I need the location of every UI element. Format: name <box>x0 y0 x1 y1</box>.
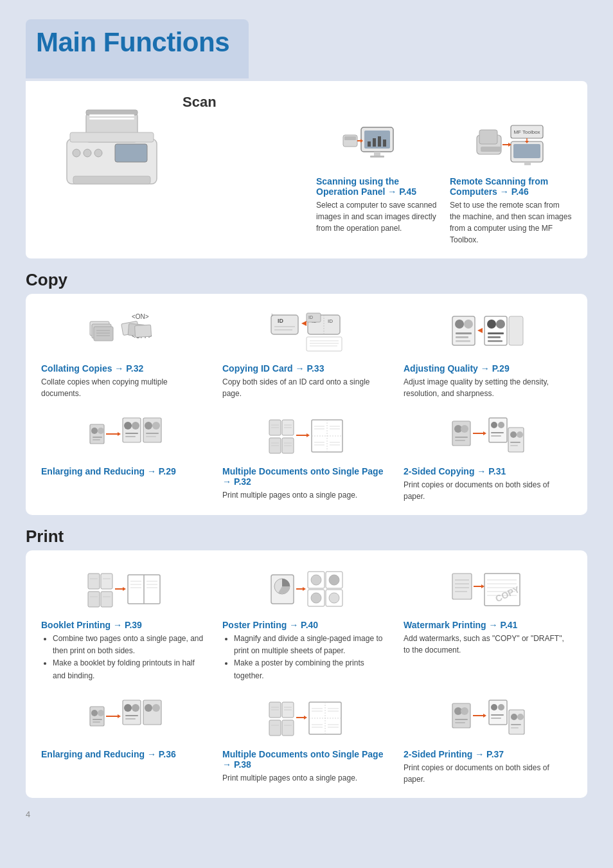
collating-title: Collating Copies → P.32 <box>41 363 209 374</box>
printer-illustration <box>41 94 182 246</box>
svg-rect-224 <box>489 700 507 725</box>
svg-rect-190 <box>125 718 136 719</box>
id-card-title: Copying ID Card → P.33 <box>222 363 391 374</box>
feature-poster: Poster Printing → P.40 Magnify and divid… <box>222 563 391 682</box>
booklet-bullet-2: Make a booklet by folding printouts in h… <box>53 657 209 682</box>
svg-rect-217 <box>452 703 470 728</box>
svg-rect-73 <box>488 336 501 338</box>
multi-doc-copy-title: Multiple Documents onto Single Page → P.… <box>222 466 391 487</box>
svg-rect-27 <box>524 162 531 165</box>
svg-point-230 <box>511 714 517 720</box>
scan-remote-desc: Set to use the remote scan from the mach… <box>450 199 572 246</box>
svg-point-127 <box>498 422 504 428</box>
two-sided-print-title: 2-Sided Printing → P.37 <box>404 749 572 759</box>
svg-rect-92 <box>146 436 156 437</box>
enlarge-copy-title: Enlarging and Reducing → P.29 <box>41 466 209 476</box>
svg-point-226 <box>498 704 504 710</box>
svg-rect-228 <box>491 718 501 719</box>
svg-point-225 <box>491 704 497 710</box>
svg-rect-121 <box>455 437 468 438</box>
booklet-bullets: Combine two pages onto a single page, an… <box>41 633 209 682</box>
svg-point-162 <box>311 593 321 603</box>
svg-rect-14 <box>373 138 376 147</box>
svg-point-6 <box>84 149 91 157</box>
svg-text:ID: ID <box>278 318 284 324</box>
svg-rect-87 <box>125 436 136 437</box>
feature-multi-doc-copy: Multiple Documents onto Single Page → P.… <box>222 410 391 502</box>
feature-enlarge-print: Enlarging and Reducing → P.36 <box>41 692 209 785</box>
quality-icon <box>404 307 572 358</box>
svg-marker-124 <box>483 431 486 435</box>
svg-rect-15 <box>378 136 381 147</box>
booklet-icon <box>41 563 209 615</box>
svg-point-188 <box>132 704 139 712</box>
poster-title: Poster Printing → P.40 <box>222 620 391 630</box>
svg-marker-185 <box>118 714 121 718</box>
svg-point-7 <box>94 149 102 157</box>
svg-rect-80 <box>93 439 100 440</box>
svg-point-90 <box>152 422 160 429</box>
svg-rect-45 <box>135 325 152 337</box>
quality-title: Adjusting Quality → P.29 <box>404 363 572 374</box>
svg-point-231 <box>517 714 524 720</box>
multi-doc-print-icon <box>222 692 391 744</box>
svg-rect-86 <box>125 433 138 434</box>
scan-remote-title: Remote Scanning from Computers → P.46 <box>450 176 572 197</box>
svg-rect-128 <box>491 432 504 433</box>
svg-rect-133 <box>510 442 520 443</box>
svg-rect-4 <box>115 144 147 162</box>
svg-rect-233 <box>511 727 519 728</box>
svg-rect-191 <box>143 700 161 725</box>
svg-rect-229 <box>509 710 524 734</box>
copy-section-label: Copy <box>26 270 587 290</box>
two-sided-copy-desc: Print copies or documents on both sides … <box>404 479 572 502</box>
feature-booklet: Booklet Printing → P.39 Combine two page… <box>41 563 209 682</box>
print-section-label: Print <box>26 527 587 547</box>
svg-rect-135 <box>88 574 100 589</box>
svg-rect-29 <box>479 130 497 144</box>
svg-rect-65 <box>456 332 472 334</box>
svg-rect-72 <box>488 332 504 334</box>
svg-marker-82 <box>118 432 121 436</box>
svg-point-120 <box>461 425 468 433</box>
svg-text:²: ² <box>271 313 273 319</box>
two-sided-copy-title: 2-Sided Copying → P.31 <box>404 466 572 476</box>
svg-marker-51 <box>301 321 306 326</box>
svg-rect-83 <box>123 418 141 442</box>
svg-point-84 <box>124 422 132 429</box>
svg-rect-17 <box>374 152 380 156</box>
enlarge-print-icon <box>41 692 209 744</box>
svg-marker-106 <box>306 433 310 437</box>
feature-collating: <ON> <OFF> Collating Copi <box>41 307 209 399</box>
svg-rect-139 <box>88 592 100 607</box>
svg-rect-3 <box>70 132 154 142</box>
scan-section-label: Scan <box>182 94 572 111</box>
svg-rect-74 <box>488 340 502 342</box>
svg-rect-26 <box>513 144 540 158</box>
svg-rect-79 <box>93 437 102 438</box>
svg-rect-10 <box>89 118 134 120</box>
svg-point-85 <box>132 422 139 429</box>
id-card-icon: ID ² ID ID ID <box>222 307 391 358</box>
svg-text:MF Toolbox: MF Toolbox <box>513 129 540 135</box>
watermark-desc: Add watermarks, such as "COPY" or "DRAFT… <box>404 633 572 656</box>
svg-rect-129 <box>491 435 501 437</box>
svg-marker-156 <box>303 587 306 591</box>
feature-scan-panel: Scanning using the Operation Panel → P.4… <box>316 120 438 246</box>
watermark-title: Watermark Printing → P.41 <box>404 620 572 630</box>
two-sided-print-desc: Print copies or documents on both sides … <box>404 762 572 785</box>
page-title: Main Functions <box>36 27 229 58</box>
svg-point-187 <box>124 704 132 712</box>
svg-point-219 <box>461 707 468 715</box>
poster-bullet-2: Make a poster by combining the prints to… <box>234 657 391 682</box>
feature-two-sided-copy: 2-Sided Copying → P.31 Print copies or d… <box>404 410 572 502</box>
svg-rect-66 <box>456 336 468 338</box>
svg-rect-122 <box>455 440 465 441</box>
svg-text:ID: ID <box>328 318 333 324</box>
feature-quality: Adjusting Quality → P.29 Adjust image qu… <box>404 307 572 399</box>
svg-point-77 <box>91 428 98 434</box>
enlarge-copy-icon <box>41 410 209 461</box>
quality-desc: Adjust image quality by setting the dens… <box>404 376 572 399</box>
svg-rect-9 <box>89 114 134 116</box>
svg-point-70 <box>487 320 496 329</box>
